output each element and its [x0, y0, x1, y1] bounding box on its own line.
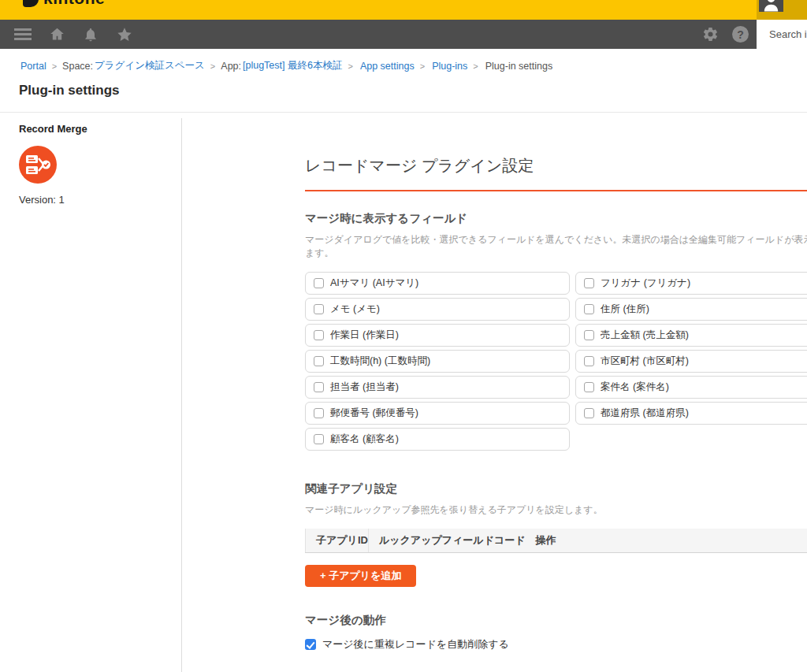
breadcrumb-separator: > — [473, 61, 478, 71]
toolbar-right: ? — [702, 26, 757, 43]
field-label: 担当者 (担当者) — [330, 381, 399, 394]
title-accent-rule — [305, 190, 807, 191]
checkbox-unchecked-icon[interactable] — [314, 382, 324, 392]
field-checkbox-item[interactable]: 工数時間(h) (工数時間) — [305, 350, 570, 373]
field-checkbox-item[interactable]: 郵便番号 (郵便番号) — [305, 402, 570, 425]
auto-delete-label: マージ後に重複レコードを自動削除する — [322, 637, 509, 652]
child-app-section: 関連子アプリ設定 マージ時にルックアップ参照先を張り替える子アプリを設定します。… — [305, 481, 807, 613]
breadcrumb-item: Space: プラグイン検証スペース > — [62, 59, 221, 72]
field-label: 顧客名 (顧客名) — [330, 433, 399, 446]
help-icon[interactable]: ? — [732, 26, 749, 43]
field-label: 案件名 (案件名) — [601, 381, 669, 394]
field-label: フリガナ (フリガナ) — [601, 277, 690, 290]
merge-fields-heading: マージ時に表示するフィールド — [305, 211, 807, 226]
avatar[interactable] — [759, 0, 783, 12]
field-checkbox-item[interactable]: 顧客名 (顧客名) — [305, 428, 570, 451]
brand-header: kintone — [0, 0, 807, 20]
kintone-logo[interactable]: kintone — [43, 0, 105, 8]
breadcrumb-separator: > — [348, 61, 352, 71]
add-child-app-button[interactable]: + 子アプリを追加 — [305, 565, 416, 587]
post-merge-section: マージ後の動作 マージ後に重複レコードを自動削除する — [305, 613, 807, 652]
field-label: 郵便番号 (郵便番号) — [330, 407, 418, 420]
breadcrumb-separator: > — [52, 61, 57, 71]
post-merge-heading: マージ後の動作 — [305, 613, 807, 628]
field-label: 工数時間(h) (工数時間) — [330, 355, 430, 368]
checkbox-unchecked-icon[interactable] — [314, 408, 324, 418]
child-app-table-header: 子アプリID ルックアップフィールドコード 操作 — [305, 529, 807, 553]
notifications-bell-icon[interactable] — [83, 27, 99, 43]
checkbox-unchecked-icon[interactable] — [314, 330, 324, 340]
checkbox-unchecked-icon[interactable] — [584, 330, 594, 340]
breadcrumb-item: Portal > — [19, 61, 62, 72]
field-checkbox-item[interactable]: 作業日 (作業日) — [305, 324, 570, 347]
breadcrumb-separator: > — [420, 61, 425, 71]
breadcrumb-prefix: Space: — [62, 61, 93, 72]
settings-title: レコードマージ プラグイン設定 — [305, 155, 807, 176]
checkbox-unchecked-icon[interactable] — [584, 408, 594, 418]
checkbox-checked-icon[interactable] — [305, 639, 316, 650]
child-app-heading: 関連子アプリ設定 — [305, 481, 807, 496]
auto-delete-checkbox-row[interactable]: マージ後に重複レコードを自動削除する — [305, 637, 807, 652]
field-checkbox-item[interactable]: 売上金額 (売上金額) — [575, 324, 807, 347]
page-title: Plug-in settings — [19, 83, 120, 98]
breadcrumb-separator: > — [210, 61, 215, 71]
breadcrumb-link[interactable]: App settings — [360, 61, 415, 72]
checkbox-unchecked-icon[interactable] — [584, 304, 594, 314]
field-checkbox-item[interactable]: 担当者 (担当者) — [305, 376, 570, 399]
checkbox-unchecked-icon[interactable] — [314, 434, 324, 444]
plugin-version: Version: 1 — [19, 194, 162, 206]
field-checkbox-item[interactable]: 都道府県 (都道府県) — [575, 402, 807, 425]
child-app-table: 子アプリID ルックアップフィールドコード 操作 — [305, 529, 807, 553]
breadcrumb-item: App settings > — [359, 61, 430, 72]
breadcrumb-link[interactable]: Plug-ins — [432, 61, 467, 72]
field-label: 作業日 (作業日) — [330, 329, 399, 342]
breadcrumb-link[interactable]: Portal — [20, 61, 46, 72]
breadcrumb: Portal > Space: プラグイン検証スペース > App: [plug… — [19, 59, 807, 72]
table-column-header: ルックアップフィールドコード — [368, 529, 526, 552]
merge-fields-description: マージダイアログで値を比較・選択できるフィールドを選んでください。未選択の場合は… — [305, 233, 807, 260]
breadcrumb-link[interactable]: Plug-in settings — [485, 61, 552, 72]
toolbar: ? Search in — [0, 20, 807, 49]
breadcrumb-item: Plug-in settings > — [484, 61, 552, 72]
table-column-header: 子アプリID — [305, 529, 368, 552]
breadcrumb-item: Plug-ins > — [430, 61, 484, 72]
breadcrumb-item: App: [plugTest] 最終6本検証 > — [221, 59, 359, 72]
field-label: 市区町村 (市区町村) — [601, 355, 689, 368]
toolbar-left — [0, 26, 133, 43]
field-label: AIサマリ (AIサマリ) — [330, 277, 418, 290]
field-label: 住所 (住所) — [601, 303, 649, 316]
favorites-star-icon[interactable] — [116, 26, 133, 43]
field-checkbox-item[interactable]: フリガナ (フリガナ) — [575, 272, 807, 295]
record-merge-plugin-icon — [19, 146, 57, 184]
field-label: 売上金額 (売上金額) — [601, 329, 689, 342]
checkbox-unchecked-icon[interactable] — [584, 382, 594, 392]
field-label: メモ (メモ) — [330, 303, 380, 316]
table-column-header: 操作 — [526, 529, 556, 552]
breadcrumb-link[interactable]: [plugTest] 最終6本検証 — [243, 59, 342, 72]
field-checkbox-grid: AIサマリ (AIサマリ) メモ (メモ) 作業日 (作業日) — [305, 272, 807, 451]
checkbox-unchecked-icon[interactable] — [314, 356, 324, 366]
field-column-left: AIサマリ (AIサマリ) メモ (メモ) 作業日 (作業日) — [305, 272, 570, 451]
search-input[interactable]: Search in — [757, 20, 807, 49]
checkbox-unchecked-icon[interactable] — [314, 278, 324, 288]
merge-fields-section: マージ時に表示するフィールド マージダイアログで値を比較・選択できるフィールドを… — [305, 211, 807, 451]
field-checkbox-item[interactable]: メモ (メモ) — [305, 298, 570, 321]
account-area — [757, 0, 807, 20]
field-checkbox-item[interactable]: 案件名 (案件名) — [575, 376, 807, 399]
plugin-settings-panel: レコードマージ プラグイン設定 マージ時に表示するフィールド マージダイアログで… — [182, 112, 807, 672]
field-column-right: フリガナ (フリガナ) 住所 (住所) 売上金額 (売上金額) — [575, 272, 807, 451]
field-checkbox-item[interactable]: AIサマリ (AIサマリ) — [305, 272, 570, 295]
field-checkbox-item[interactable]: 住所 (住所) — [575, 298, 807, 321]
breadcrumb-prefix: App: — [221, 61, 241, 72]
home-icon[interactable] — [49, 26, 65, 43]
settings-gear-icon[interactable] — [702, 26, 719, 43]
field-checkbox-item[interactable]: 市区町村 (市区町村) — [575, 350, 807, 373]
checkbox-unchecked-icon[interactable] — [584, 278, 594, 288]
field-label: 都道府県 (都道府県) — [601, 407, 689, 420]
checkbox-unchecked-icon[interactable] — [314, 304, 324, 314]
plugin-sidebar: Record Merge Version: 1 — [0, 112, 181, 672]
checkbox-unchecked-icon[interactable] — [584, 356, 594, 366]
child-app-description: マージ時にルックアップ参照先を張り替える子アプリを設定します。 — [305, 503, 807, 517]
kintone-logo-icon — [23, 0, 39, 7]
breadcrumb-link[interactable]: プラグイン検証スペース — [95, 59, 205, 72]
